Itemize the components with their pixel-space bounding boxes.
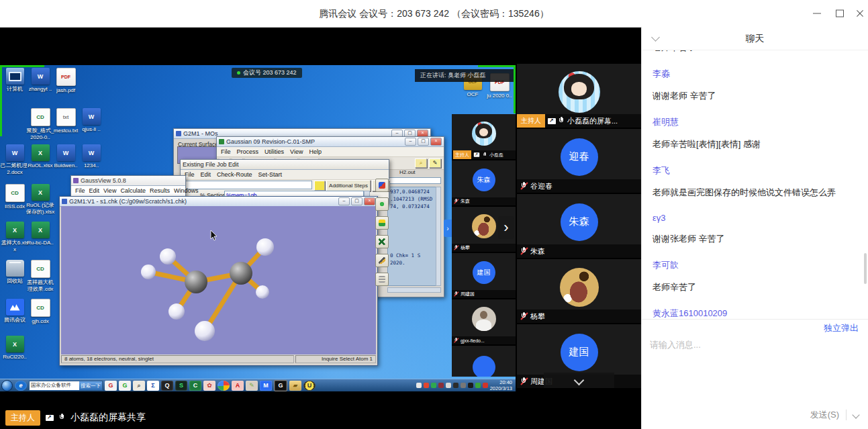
job-edit-titlebar[interactable]: Existing File Job Edit xyxy=(181,160,389,170)
menu-file[interactable]: File xyxy=(221,148,231,155)
menu-file[interactable]: File xyxy=(185,171,195,178)
video-tile[interactable]: 杨攀 xyxy=(517,259,641,323)
desktop-icon[interactable]: CDgjh.cdx xyxy=(26,299,55,325)
close-icon[interactable]: × xyxy=(364,197,375,205)
molecule-titlebar[interactable]: G2M1:V1 - s1.chk (C:/g09w/Scratch/s1.chk… xyxy=(60,197,377,207)
group-tool-icon[interactable] xyxy=(375,216,389,230)
desktop-icon[interactable]: CD孟祥题大机理效果.cdx xyxy=(26,260,55,292)
minimize-icon[interactable]: – xyxy=(405,138,416,146)
pencil-tool-icon[interactable] xyxy=(375,254,389,267)
paint-icon[interactable]: ✎ xyxy=(246,381,258,391)
video-tile-host[interactable]: 主持人 小磊磊的屏幕... xyxy=(517,64,641,128)
list-tool-icon[interactable] xyxy=(375,273,389,286)
menu-file[interactable]: File xyxy=(75,187,85,194)
element-tool-icon[interactable] xyxy=(375,179,389,192)
vertical-scrollbar[interactable] xyxy=(436,187,441,286)
tray-icon[interactable] xyxy=(431,383,436,388)
menu-help[interactable]: Help xyxy=(309,148,322,155)
chat-input[interactable] xyxy=(648,338,861,402)
video-tile[interactable]: 朱森 朱森 xyxy=(517,194,641,258)
gaussian-output[interactable]: 937,0.0468724 .1047213 (RMSD 74, 0.07324… xyxy=(387,187,441,286)
tray-icon[interactable] xyxy=(446,383,451,388)
strip-next-page-icon[interactable]: › xyxy=(498,216,514,239)
tray-icon[interactable] xyxy=(461,383,466,388)
desktop-icon[interactable]: Wqjus-li .. xyxy=(77,108,106,133)
minimize-icon[interactable]: – xyxy=(338,197,350,205)
gaussian-red-icon[interactable]: G xyxy=(105,381,117,391)
maximize-icon[interactable]: ▢ xyxy=(351,197,363,205)
additional-steps-button[interactable]: Additional Steps xyxy=(326,180,371,191)
video-tile[interactable]: 建国 周建国 xyxy=(517,324,641,388)
tray-icon[interactable] xyxy=(468,383,473,388)
video-tile[interactable]: 建国 周建国 xyxy=(452,253,516,298)
chem3d-icon[interactable]: ✿ xyxy=(203,381,215,391)
browse-button[interactable] xyxy=(314,181,325,191)
folder-icon[interactable]: ▰ xyxy=(289,381,301,391)
video-tile[interactable]: 主持人 小磊磊 xyxy=(452,114,516,159)
chat-scrollbar[interactable] xyxy=(864,253,867,284)
send-button[interactable]: 发送(S) xyxy=(810,409,839,421)
menu-edit[interactable]: Edit xyxy=(89,187,100,194)
menu-utilities[interactable]: Utilities xyxy=(264,148,284,155)
pdf-icon[interactable]: A xyxy=(232,381,244,391)
gaussview-icon[interactable]: ⌕ xyxy=(133,381,145,391)
ultraedit-icon[interactable]: U xyxy=(303,381,316,391)
popout-link[interactable]: 独立弹出 xyxy=(824,322,859,334)
video-tile[interactable] xyxy=(452,346,516,377)
desktop-icon[interactable]: XRu-bc-DA.. xyxy=(26,222,55,246)
chat-messages[interactable]: 老师辛苦了 李淼 谢谢老师 辛苦了 崔明慧 老师辛苦啦[表情][表情] 感谢 李… xyxy=(642,50,868,319)
desktop-icon[interactable]: XRuCl220.. xyxy=(0,336,30,361)
meeting-taskbar-icon[interactable]: M xyxy=(260,381,272,391)
menu-calculate[interactable]: Calculate xyxy=(120,187,146,194)
molecule-canvas[interactable] xyxy=(61,206,376,354)
tray-icon[interactable] xyxy=(483,383,488,388)
horizontal-scrollbar[interactable] xyxy=(387,287,441,293)
edit-icon[interactable]: ✎ xyxy=(429,158,441,168)
video-tile[interactable]: 朱森 朱森 xyxy=(452,160,516,205)
tray-icon[interactable] xyxy=(416,383,422,388)
close-icon[interactable] xyxy=(850,0,868,27)
s-app-icon[interactable]: S xyxy=(175,381,187,391)
desktop-icon[interactable]: PDFjash.pdf xyxy=(51,68,81,94)
menu-view[interactable]: View xyxy=(290,148,303,155)
ie-icon[interactable]: e xyxy=(15,381,27,391)
video-tile[interactable]: 杨攀 › xyxy=(452,207,516,252)
gaussian-green-icon[interactable]: G xyxy=(119,381,131,391)
menu-set-start[interactable]: Set-Start xyxy=(258,171,283,178)
maximize-icon[interactable]: ▢ xyxy=(418,138,429,146)
delete-tool-icon[interactable] xyxy=(375,235,389,248)
menu-edit[interactable]: Edit xyxy=(201,171,211,178)
strip-collapse-icon[interactable] xyxy=(544,373,614,388)
taskbar-search[interactable]: 国家办公众备软件 搜索一下 xyxy=(29,381,103,391)
menu-view[interactable]: View xyxy=(103,187,116,194)
tray-icon[interactable] xyxy=(438,383,444,388)
taskbar-clock[interactable]: 20:40 2020/3/13 xyxy=(490,379,514,391)
video-tile[interactable]: gjxx-fiedo... xyxy=(452,299,516,344)
search-icon[interactable]: ⌕ xyxy=(415,158,427,168)
menu-process[interactable]: Process xyxy=(237,148,259,155)
start-button-icon[interactable] xyxy=(1,380,13,391)
video-tile[interactable]: 迎春 谷迎春 xyxy=(517,129,641,193)
chemdraw-icon[interactable]: C xyxy=(189,381,201,391)
gaussian-titlebar[interactable]: Gaussian 09 Revision-C.01-SMP – ▢ × xyxy=(217,137,444,147)
desktop-icon[interactable]: W1234.. xyxy=(77,144,106,169)
gaussview-g-icon[interactable]: G xyxy=(274,380,287,391)
tray-icon[interactable] xyxy=(453,383,459,388)
strip-collapse-handle-icon[interactable]: › xyxy=(444,220,452,237)
tray-icon[interactable] xyxy=(424,383,429,388)
tray-icon[interactable] xyxy=(475,383,481,388)
menu-windows[interactable]: Windows xyxy=(174,187,199,194)
ring-tool-icon[interactable] xyxy=(375,197,389,211)
chrome-icon[interactable] xyxy=(218,381,230,391)
minimize-icon[interactable] xyxy=(807,0,827,27)
gaussview-titlebar[interactable]: GaussView 5.0.8 xyxy=(71,176,185,186)
qq-icon[interactable]: Q xyxy=(161,381,173,391)
file-field[interactable] xyxy=(387,177,441,184)
sigma-icon[interactable]: Σ xyxy=(147,381,159,391)
close-icon[interactable]: × xyxy=(430,138,442,146)
menu-check-route[interactable]: Check-Route xyxy=(217,171,252,178)
maximize-icon[interactable] xyxy=(830,0,850,27)
send-options-icon[interactable] xyxy=(852,411,859,418)
menu-results[interactable]: Results xyxy=(150,187,170,194)
job-file-input[interactable] xyxy=(185,181,312,189)
